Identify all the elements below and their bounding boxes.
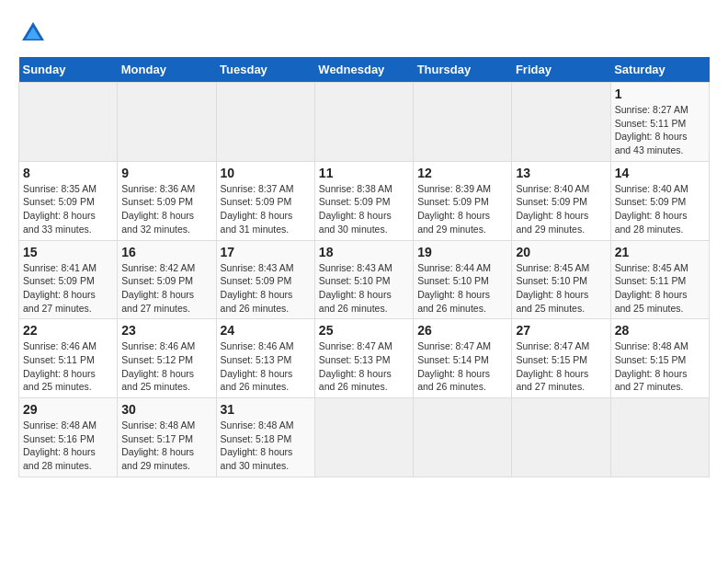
- day-number: 19: [417, 245, 507, 259]
- calendar-cell: [414, 83, 512, 162]
- day-number: 13: [516, 166, 606, 180]
- calendar-cell: 11Sunrise: 8:38 AMSunset: 5:09 PMDayligh…: [314, 161, 413, 240]
- day-number: 18: [319, 245, 409, 259]
- day-info: Sunrise: 8:40 AMSunset: 5:09 PMDaylight:…: [615, 182, 705, 236]
- calendar-cell: 22Sunrise: 8:46 AMSunset: 5:11 PMDayligh…: [19, 319, 118, 398]
- logo-icon: [18, 18, 48, 48]
- calendar-cell: [314, 83, 413, 162]
- calendar-cell: 12Sunrise: 8:39 AMSunset: 5:09 PMDayligh…: [414, 161, 512, 240]
- day-header-saturday: Saturday: [610, 57, 709, 83]
- page-header: [18, 18, 710, 48]
- calendar-cell: [19, 83, 118, 162]
- calendar-cell: 25Sunrise: 8:47 AMSunset: 5:13 PMDayligh…: [314, 319, 413, 398]
- day-info: Sunrise: 8:45 AMSunset: 5:10 PMDaylight:…: [516, 261, 606, 316]
- day-number: 9: [121, 166, 211, 180]
- day-info: Sunrise: 8:47 AMSunset: 5:14 PMDaylight:…: [417, 339, 507, 394]
- calendar-cell: [216, 83, 314, 162]
- calendar-week-4: 22Sunrise: 8:46 AMSunset: 5:11 PMDayligh…: [19, 319, 710, 398]
- day-info: Sunrise: 8:35 AMSunset: 5:09 PMDaylight:…: [23, 182, 113, 236]
- calendar-cell: [414, 398, 512, 477]
- day-number: 27: [516, 323, 606, 338]
- day-header-monday: Monday: [118, 57, 216, 83]
- day-number: 15: [23, 245, 113, 259]
- day-info: Sunrise: 8:46 AMSunset: 5:13 PMDaylight:…: [221, 339, 311, 394]
- day-number: 31: [221, 402, 311, 417]
- day-info: Sunrise: 8:48 AMSunset: 5:15 PMDaylight:…: [615, 339, 705, 394]
- calendar-week-3: 15Sunrise: 8:41 AMSunset: 5:09 PMDayligh…: [19, 240, 710, 319]
- day-info: Sunrise: 8:36 AMSunset: 5:09 PMDaylight:…: [121, 182, 211, 236]
- day-info: Sunrise: 8:44 AMSunset: 5:10 PMDaylight:…: [417, 261, 507, 316]
- day-info: Sunrise: 8:46 AMSunset: 5:11 PMDaylight:…: [23, 339, 113, 394]
- day-number: 21: [615, 245, 705, 259]
- day-number: 17: [221, 245, 311, 259]
- calendar-cell: 14Sunrise: 8:40 AMSunset: 5:09 PMDayligh…: [610, 161, 709, 240]
- day-info: Sunrise: 8:27 AMSunset: 5:11 PMDaylight:…: [615, 103, 705, 157]
- day-number: 12: [417, 166, 507, 180]
- calendar-cell: 26Sunrise: 8:47 AMSunset: 5:14 PMDayligh…: [414, 319, 512, 398]
- calendar-cell: 31Sunrise: 8:48 AMSunset: 5:18 PMDayligh…: [216, 398, 314, 477]
- day-info: Sunrise: 8:37 AMSunset: 5:09 PMDaylight:…: [221, 182, 311, 236]
- calendar-cell: 9Sunrise: 8:36 AMSunset: 5:09 PMDaylight…: [118, 161, 216, 240]
- day-number: 24: [221, 323, 311, 338]
- day-number: 22: [23, 323, 113, 338]
- calendar-cell: 27Sunrise: 8:47 AMSunset: 5:15 PMDayligh…: [512, 319, 610, 398]
- day-info: Sunrise: 8:43 AMSunset: 5:10 PMDaylight:…: [319, 261, 409, 316]
- calendar-cell: [314, 398, 413, 477]
- day-number: 10: [221, 166, 311, 180]
- day-info: Sunrise: 8:42 AMSunset: 5:09 PMDaylight:…: [121, 261, 211, 316]
- calendar-cell: 17Sunrise: 8:43 AMSunset: 5:09 PMDayligh…: [216, 240, 314, 319]
- calendar-cell: 8Sunrise: 8:35 AMSunset: 5:09 PMDaylight…: [19, 161, 118, 240]
- calendar-cell: [118, 83, 216, 162]
- calendar-cell: 18Sunrise: 8:43 AMSunset: 5:10 PMDayligh…: [314, 240, 413, 319]
- day-info: Sunrise: 8:47 AMSunset: 5:13 PMDaylight:…: [319, 339, 409, 394]
- calendar-cell: 13Sunrise: 8:40 AMSunset: 5:09 PMDayligh…: [512, 161, 610, 240]
- day-info: Sunrise: 8:39 AMSunset: 5:09 PMDaylight:…: [417, 182, 507, 236]
- logo: [18, 18, 51, 48]
- day-number: 14: [615, 166, 705, 180]
- day-header-sunday: Sunday: [19, 57, 118, 83]
- day-header-tuesday: Tuesday: [216, 57, 314, 83]
- day-info: Sunrise: 8:43 AMSunset: 5:09 PMDaylight:…: [221, 261, 311, 316]
- day-header-wednesday: Wednesday: [314, 57, 413, 83]
- day-info: Sunrise: 8:45 AMSunset: 5:11 PMDaylight:…: [615, 261, 705, 316]
- day-info: Sunrise: 8:40 AMSunset: 5:09 PMDaylight:…: [516, 182, 606, 236]
- day-number: 26: [417, 323, 507, 338]
- calendar-cell: [610, 398, 709, 477]
- calendar-cell: 20Sunrise: 8:45 AMSunset: 5:10 PMDayligh…: [512, 240, 610, 319]
- day-number: 23: [121, 323, 211, 338]
- day-info: Sunrise: 8:47 AMSunset: 5:15 PMDaylight:…: [516, 339, 606, 394]
- calendar-cell: 10Sunrise: 8:37 AMSunset: 5:09 PMDayligh…: [216, 161, 314, 240]
- calendar-cell: [512, 398, 610, 477]
- day-number: 29: [23, 402, 113, 417]
- day-number: 1: [615, 86, 705, 101]
- calendar-cell: 21Sunrise: 8:45 AMSunset: 5:11 PMDayligh…: [610, 240, 709, 319]
- calendar-cell: [512, 83, 610, 162]
- day-number: 30: [121, 402, 211, 417]
- day-info: Sunrise: 8:48 AMSunset: 5:18 PMDaylight:…: [221, 419, 311, 473]
- calendar-week-5: 29Sunrise: 8:48 AMSunset: 5:16 PMDayligh…: [19, 398, 710, 477]
- day-info: Sunrise: 8:41 AMSunset: 5:09 PMDaylight:…: [23, 261, 113, 316]
- calendar-week-2: 8Sunrise: 8:35 AMSunset: 5:09 PMDaylight…: [19, 161, 710, 240]
- header-row: SundayMondayTuesdayWednesdayThursdayFrid…: [19, 57, 710, 83]
- day-info: Sunrise: 8:48 AMSunset: 5:17 PMDaylight:…: [121, 419, 211, 473]
- calendar-cell: 1Sunrise: 8:27 AMSunset: 5:11 PMDaylight…: [610, 83, 709, 162]
- day-info: Sunrise: 8:48 AMSunset: 5:16 PMDaylight:…: [23, 419, 113, 473]
- calendar-cell: 28Sunrise: 8:48 AMSunset: 5:15 PMDayligh…: [610, 319, 709, 398]
- calendar-cell: 24Sunrise: 8:46 AMSunset: 5:13 PMDayligh…: [216, 319, 314, 398]
- day-number: 25: [319, 323, 409, 338]
- calendar-cell: 16Sunrise: 8:42 AMSunset: 5:09 PMDayligh…: [118, 240, 216, 319]
- day-number: 16: [121, 245, 211, 259]
- day-header-thursday: Thursday: [414, 57, 512, 83]
- day-number: 28: [615, 323, 705, 338]
- calendar-cell: 29Sunrise: 8:48 AMSunset: 5:16 PMDayligh…: [19, 398, 118, 477]
- day-number: 11: [319, 166, 409, 180]
- calendar-cell: 23Sunrise: 8:46 AMSunset: 5:12 PMDayligh…: [118, 319, 216, 398]
- calendar-cell: 19Sunrise: 8:44 AMSunset: 5:10 PMDayligh…: [414, 240, 512, 319]
- day-info: Sunrise: 8:38 AMSunset: 5:09 PMDaylight:…: [319, 182, 409, 236]
- calendar-table: SundayMondayTuesdayWednesdayThursdayFrid…: [18, 57, 710, 477]
- calendar-cell: 15Sunrise: 8:41 AMSunset: 5:09 PMDayligh…: [19, 240, 118, 319]
- calendar-week-1: 1Sunrise: 8:27 AMSunset: 5:11 PMDaylight…: [19, 83, 710, 162]
- day-number: 20: [516, 245, 606, 259]
- calendar-cell: 30Sunrise: 8:48 AMSunset: 5:17 PMDayligh…: [118, 398, 216, 477]
- day-number: 8: [23, 166, 113, 180]
